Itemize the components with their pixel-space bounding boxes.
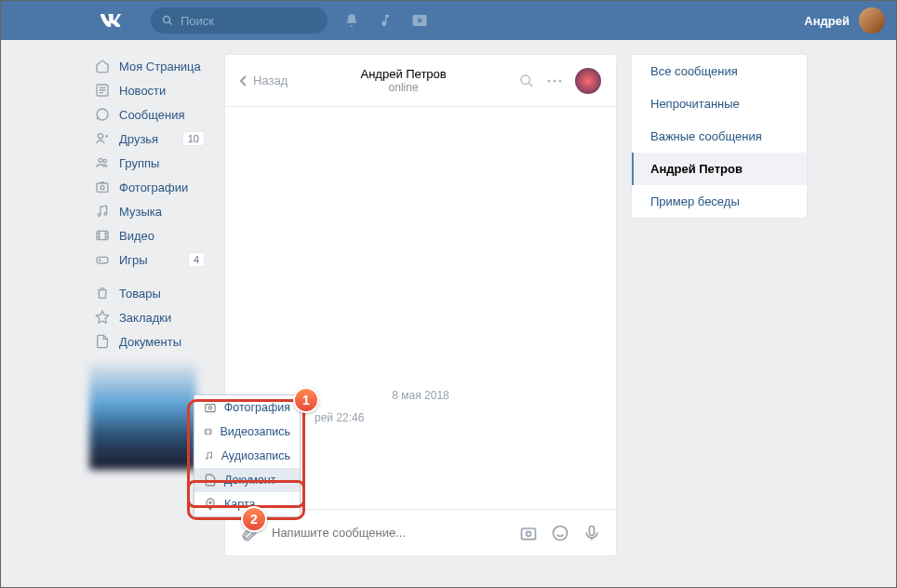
filter-conversation-1[interactable]: Андрей Петров: [632, 153, 807, 185]
games-badge: 4: [188, 252, 205, 267]
music-icon[interactable]: [378, 13, 393, 28]
svg-rect-10: [97, 231, 108, 239]
chat-status: online: [288, 81, 519, 94]
sidebar-thumbnail: [89, 363, 196, 470]
nav-market[interactable]: Товары: [89, 281, 210, 305]
filter-conversation-2[interactable]: Пример беседы: [632, 185, 807, 218]
nav-news[interactable]: Новости: [89, 78, 210, 102]
username[interactable]: Андрей: [804, 14, 850, 28]
annotation-badge-2: 2: [241, 506, 267, 532]
filter-important[interactable]: Важные сообщения: [632, 120, 807, 153]
filter-all[interactable]: Все сообщения: [632, 55, 807, 87]
more-icon[interactable]: [547, 79, 562, 83]
svg-point-7: [100, 186, 104, 190]
header: Поиск Андрей: [1, 1, 896, 40]
svg-rect-16: [522, 528, 536, 540]
annotation-badge-1: 1: [293, 387, 319, 413]
notifications-icon[interactable]: [344, 13, 359, 28]
chat-header: Назад Андрей Петров online: [225, 55, 616, 107]
vk-logo[interactable]: [100, 10, 123, 32]
svg-point-4: [99, 158, 102, 162]
nav-photos[interactable]: Фотографии: [89, 175, 210, 199]
chat-avatar[interactable]: [575, 68, 601, 94]
svg-point-21: [208, 407, 211, 409]
svg-point-14: [554, 79, 556, 82]
nav-groups[interactable]: Группы: [89, 151, 210, 175]
nav-my-page[interactable]: Моя Страница: [89, 54, 210, 78]
filter-unread[interactable]: Непрочитанные: [632, 87, 807, 120]
svg-rect-19: [590, 526, 595, 535]
friends-badge: 10: [182, 131, 205, 146]
message-input[interactable]: [272, 522, 506, 544]
svg-point-17: [527, 531, 531, 536]
sidebar: Моя Страница Новости Сообщения Друзья10 …: [89, 54, 210, 556]
svg-point-25: [209, 501, 211, 503]
video-player-icon[interactable]: [411, 13, 428, 28]
svg-point-24: [210, 457, 212, 459]
attach-document[interactable]: Документ: [194, 468, 300, 492]
nav-video[interactable]: Видео: [89, 223, 210, 247]
svg-rect-11: [97, 257, 108, 263]
emoji-icon[interactable]: [551, 524, 569, 542]
svg-point-9: [104, 212, 107, 215]
attach-video[interactable]: Видеозапись: [194, 420, 300, 444]
svg-point-8: [98, 214, 100, 217]
attach-photo[interactable]: Фотография: [194, 395, 300, 420]
svg-point-3: [98, 134, 102, 139]
svg-point-18: [554, 526, 568, 540]
chat-name: Андрей Петров: [288, 67, 519, 81]
nav-games[interactable]: Игры4: [89, 247, 210, 272]
attach-menu: Фотография Видеозапись Аудиозапись Докум…: [194, 394, 301, 517]
svg-point-23: [206, 458, 208, 460]
search-input[interactable]: Поиск: [151, 7, 328, 33]
search-placeholder: Поиск: [181, 14, 214, 28]
attach-audio[interactable]: Аудиозапись: [194, 444, 300, 468]
svg-rect-20: [206, 405, 215, 412]
nav-bookmarks[interactable]: Закладки: [89, 305, 210, 329]
search-icon[interactable]: [519, 74, 534, 88]
user-avatar[interactable]: [859, 7, 885, 33]
svg-point-15: [559, 79, 562, 82]
svg-point-5: [103, 159, 106, 162]
nav-music[interactable]: Музыка: [89, 199, 210, 223]
svg-point-0: [164, 17, 170, 23]
svg-rect-6: [97, 183, 108, 192]
svg-point-13: [548, 79, 551, 82]
nav-friends[interactable]: Друзья10: [89, 127, 210, 151]
nav-messages[interactable]: Сообщения: [89, 102, 210, 127]
message-meta: рей 22:46: [315, 411, 601, 424]
svg-rect-22: [205, 429, 211, 434]
svg-point-12: [521, 75, 529, 84]
camera-icon[interactable]: [519, 524, 538, 542]
back-button[interactable]: Назад: [240, 74, 288, 87]
nav-documents[interactable]: Документы: [89, 329, 210, 354]
right-panel: Все сообщения Непрочитанные Важные сообщ…: [631, 54, 808, 219]
mic-icon[interactable]: [582, 524, 601, 542]
